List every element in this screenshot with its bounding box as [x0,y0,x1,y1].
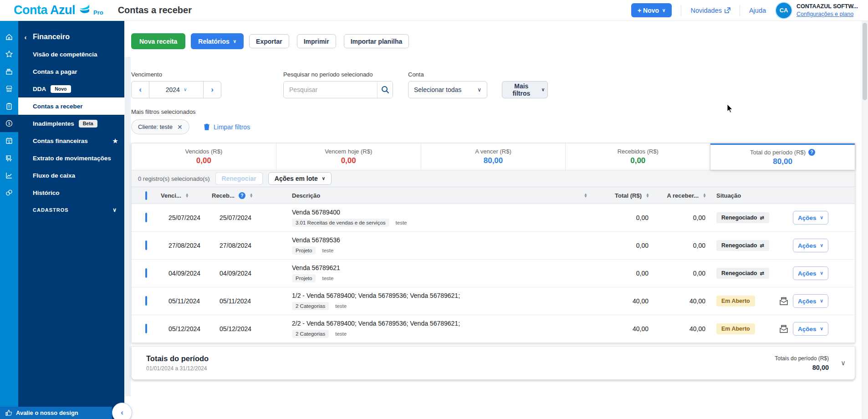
novo-button[interactable]: + Novo ∨ [631,3,672,17]
summary-card-3[interactable]: Recebidos (R$)0,00 [566,143,710,170]
rail-item-star[interactable] [0,46,18,63]
badge-beta: Beta [79,120,97,128]
sidebar-item-label: Extrato de movimentações [33,155,111,162]
acoes-button[interactable]: Ações∨ [793,266,828,280]
sort-icon[interactable]: ▲▼ [185,193,189,198]
rail-item-home[interactable] [0,28,18,46]
acoes-button[interactable]: Ações∨ [793,322,828,336]
conta-select[interactable]: Selecionar todas ∨ [408,81,487,98]
previous-period-button[interactable]: ‹ [132,82,149,98]
rail-item-link[interactable] [0,184,18,201]
close-icon[interactable]: ✕ [177,123,183,131]
rail-item-cash-register[interactable] [0,63,18,80]
row-title[interactable]: Venda 56789621 [292,264,590,271]
search-button[interactable] [377,82,393,98]
row-checkbox[interactable] [145,213,147,222]
back-chevron-icon[interactable]: ‹ [18,33,33,41]
rail-item-clipboard[interactable] [0,97,18,115]
ajuda-link[interactable]: Ajuda [749,7,766,14]
rate-design-bar[interactable]: Avalie o nosso design [0,407,112,419]
sidebar-item-contas-a-pagar[interactable]: Contas a pagar [18,63,124,80]
row-checkbox[interactable] [145,268,147,278]
row-title[interactable]: 2/2 - Venda 56789400; Venda 56789536; Ve… [292,320,590,327]
account-avatar[interactable]: CA [776,3,791,18]
totals-right-value: 80,00 [775,364,829,371]
sidebar-item-dda[interactable]: DDANovo [18,80,124,97]
sidebar-item-vis-o-de-compet-ncia[interactable]: Visão de competência [18,46,124,63]
renegociar-button[interactable]: Renegociar [215,172,263,185]
relatorios-button[interactable]: Relatórios ∨ [191,33,244,49]
filter-chip-cliente[interactable]: Cliente: teste ✕ [131,119,189,134]
table-row[interactable]: 25/07/202425/07/2024Venda 567894003.01 R… [132,204,855,232]
mais-filtros-button[interactable]: Mais filtros ∨ [502,81,548,98]
summary-card-label: Vencidos (R$) [185,148,223,155]
help-icon[interactable]: ? [239,192,245,199]
account-settings-link[interactable]: Configurações e plano [797,10,858,18]
chevron-down-icon[interactable]: ∨ [841,359,846,367]
row-title[interactable]: Venda 56789400 [292,209,590,216]
importar-planilha-button[interactable]: Importar planilha [344,34,409,48]
row-checkbox[interactable] [145,296,147,306]
vencimento-label: Vencimento [131,71,162,78]
favorite-star-icon[interactable]: ★ [112,138,118,144]
summary-card-0[interactable]: Vencidos (R$)0,00 [132,143,276,170]
table-row[interactable]: 05/12/202405/12/20242/2 - Venda 56789400… [132,315,855,343]
row-checkbox[interactable] [145,240,147,250]
rail-item-chart[interactable] [0,167,18,184]
collapse-sidebar-button[interactable]: ‹ [112,403,132,419]
acoes-em-lote-button[interactable]: Ações em lote ∨ [268,172,332,185]
acoes-button[interactable]: Ações∨ [793,211,828,225]
cell-descricao: 1/2 - Venda 56789400; Venda 56789536; Ve… [280,292,590,310]
novidades-link[interactable]: Novidades [690,7,730,14]
badge-novo: Novo [51,85,71,93]
sidebar-item-hist-rico[interactable]: Histórico [18,184,124,201]
rail-item-store[interactable] [0,80,18,97]
sort-icon[interactable]: ▲▼ [584,193,587,198]
limpar-filtros-button[interactable]: Limpar filtros [204,119,250,134]
rail-item-delivery[interactable] [0,149,18,167]
envelope-icon[interactable] [779,324,789,334]
exportar-button[interactable]: Exportar [249,34,289,48]
row-title[interactable]: Venda 56789536 [292,236,590,244]
sidebar-item-extrato-de-movimenta-es[interactable]: Extrato de movimentações [18,149,124,167]
limpar-filtros-label: Limpar filtros [214,123,250,131]
table-row[interactable]: 27/08/202427/08/2024Venda 56789536Projet… [132,232,855,260]
scrollbar-thumb[interactable] [863,23,867,100]
table-row[interactable]: 05/11/202405/11/20241/2 - Venda 56789400… [132,287,855,315]
contaazul-logo[interactable]: Conta Azul Pro [14,3,103,17]
table-row[interactable]: 04/09/202404/09/2024Venda 56789621Projet… [132,260,855,287]
select-all-checkbox[interactable] [145,191,147,200]
acoes-button[interactable]: Ações∨ [793,239,828,252]
rail-item-calendar-dollar[interactable]: $ [0,132,18,149]
client-name: teste [322,248,333,253]
summary-cards-row: Vencidos (R$)0,00Vencem hoje (R$)0,00A v… [132,143,855,170]
envelope-icon[interactable] [779,296,789,306]
sort-icon[interactable]: ▲▼ [250,193,253,198]
row-title[interactable]: 1/2 - Venda 56789400; Venda 56789536; Ve… [292,292,590,299]
sort-icon[interactable]: ▲▼ [646,193,649,198]
sidebar-item-contas-financeiras[interactable]: Contas financeiras★ [18,132,124,149]
totals-title: Totais do período [146,354,209,363]
acoes-button[interactable]: Ações∨ [793,294,828,308]
row-checkbox[interactable] [145,324,147,333]
acoes-label: Ações [798,270,817,277]
sidebar-item-fluxo-de-caixa[interactable]: Fluxo de caixa [18,167,124,184]
next-period-button[interactable]: › [204,82,221,98]
col-header-recebido: Receb... [212,192,235,199]
sidebar-item-label: Contas a receber [33,103,83,110]
help-icon[interactable]: ? [808,149,815,156]
rail-item-dollar-circle[interactable]: $ [0,115,18,132]
year-select[interactable]: 2024 ∨ [149,82,204,98]
summary-card-4[interactable]: Total do período (R$)?80,00 [710,143,855,170]
imprimir-button[interactable]: Imprimir [297,34,336,48]
conta-label: Conta [408,71,424,78]
sort-icon[interactable]: ▲▼ [703,193,706,198]
nova-receita-button[interactable]: Nova receita [131,33,185,49]
sidebar-item-inadimplentes[interactable]: InadimplentesBeta [18,115,124,132]
search-input[interactable] [284,86,377,93]
vertical-scrollbar[interactable] [862,21,868,419]
summary-card-1[interactable]: Vencem hoje (R$)0,00 [276,143,421,170]
sidebar-item-cadastros[interactable]: CADASTROS ∨ [18,201,124,219]
sidebar-item-contas-a-receber[interactable]: Contas a receber [18,97,124,115]
summary-card-2[interactable]: A vencer (R$)80,00 [421,143,566,170]
